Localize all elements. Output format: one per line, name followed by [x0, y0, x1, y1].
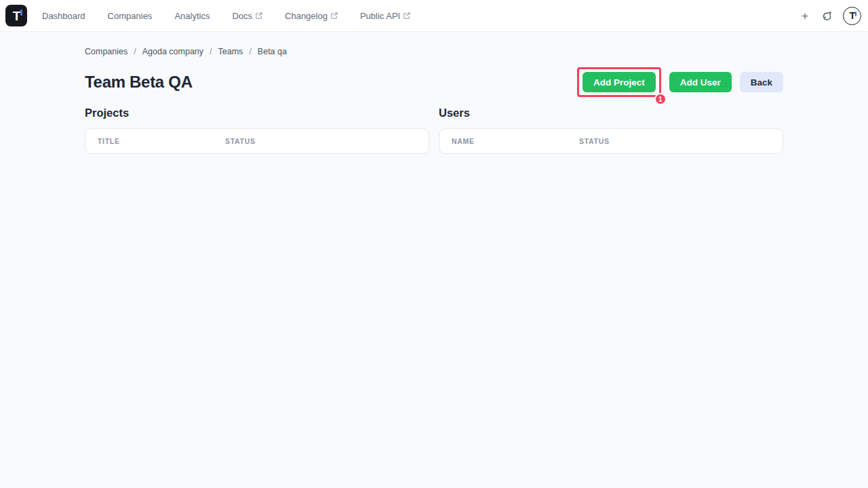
external-link-icon	[403, 12, 410, 19]
add-user-button[interactable]: Add User	[669, 72, 732, 92]
app-logo-letter: T	[13, 10, 20, 22]
breadcrumb-current-team: Beta qa	[258, 47, 287, 56]
nav-item-label: Docs	[232, 11, 252, 21]
nav-right-group: + T	[799, 7, 861, 25]
users-section: Users NAME STATUS	[439, 107, 783, 154]
nav-item-label: Changelog	[285, 11, 328, 21]
breadcrumb-separator: /	[249, 47, 251, 56]
projects-table: TITLE STATUS	[85, 128, 429, 154]
nav-item-dashboard[interactable]: Dashboard	[42, 11, 85, 21]
user-avatar[interactable]: T	[843, 7, 861, 25]
action-buttons: Add Project 1 Add User Back	[577, 67, 783, 97]
breadcrumb-company[interactable]: Agoda company	[142, 47, 203, 56]
external-link-icon	[331, 12, 338, 19]
users-table: NAME STATUS	[439, 128, 783, 154]
projects-heading: Projects	[85, 107, 429, 119]
app-logo-accent	[20, 10, 22, 16]
back-button[interactable]: Back	[740, 72, 783, 92]
avatar-logo-letter: T	[850, 11, 855, 20]
nav-item-label: Companies	[108, 11, 153, 21]
add-project-button[interactable]: Add Project	[583, 72, 656, 92]
breadcrumb: Companies / Agoda company / Teams / Beta…	[85, 47, 783, 56]
annotated-region: Add Project 1	[577, 67, 661, 97]
nav-item-label: Dashboard	[42, 11, 85, 21]
nav-item-changelog[interactable]: Changelog	[285, 11, 338, 21]
projects-column-title: TITLE	[98, 137, 225, 145]
external-link-icon	[256, 12, 262, 19]
top-nav: T Dashboard Companies Analytics Docs Cha…	[0, 0, 868, 32]
users-column-status: STATUS	[579, 137, 610, 145]
breadcrumb-separator: /	[210, 47, 212, 56]
content-sections: Projects TITLE STATUS Users NAME STATUS	[85, 107, 783, 154]
feedback-icon[interactable]	[821, 10, 833, 22]
projects-section: Projects TITLE STATUS	[85, 107, 429, 154]
breadcrumb-separator: /	[134, 47, 136, 56]
projects-column-status: STATUS	[225, 137, 256, 145]
annotation-step-badge: 1	[654, 93, 667, 105]
breadcrumb-companies[interactable]: Companies	[85, 47, 127, 56]
nav-item-label: Analytics	[174, 11, 210, 21]
page-title: Team Beta QA	[85, 73, 193, 92]
add-icon[interactable]: +	[799, 9, 811, 23]
main-nav: Dashboard Companies Analytics Docs Chang…	[42, 11, 433, 21]
users-column-name: NAME	[452, 137, 579, 145]
nav-item-public-api[interactable]: Public API	[360, 11, 410, 21]
breadcrumb-teams[interactable]: Teams	[218, 47, 243, 56]
nav-item-analytics[interactable]: Analytics	[174, 11, 210, 21]
title-row: Team Beta QA Add Project 1 Add User Back	[85, 67, 783, 97]
nav-item-companies[interactable]: Companies	[108, 11, 153, 21]
users-heading: Users	[439, 107, 783, 119]
nav-item-docs[interactable]: Docs	[232, 11, 262, 21]
app-logo[interactable]: T	[5, 5, 27, 26]
nav-item-label: Public API	[360, 11, 400, 21]
avatar-logo-accent	[855, 12, 856, 16]
main-content: Companies / Agoda company / Teams / Beta…	[85, 47, 783, 154]
